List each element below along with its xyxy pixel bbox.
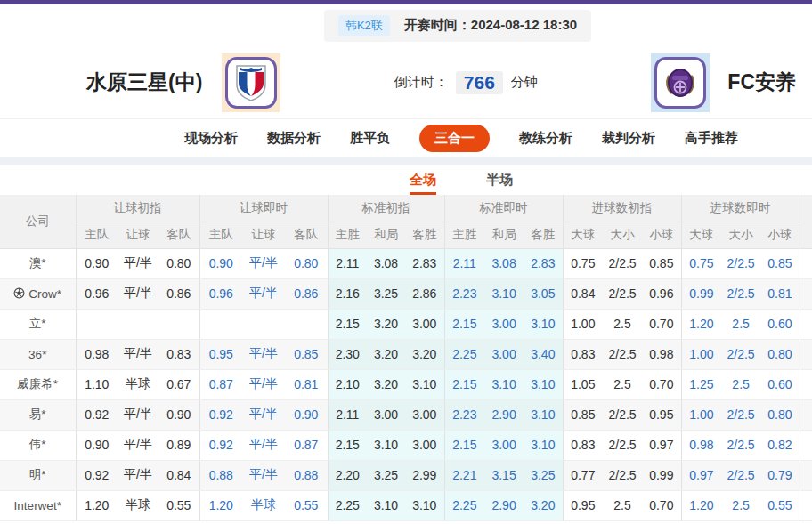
company-cell[interactable]: 36* (0, 339, 76, 369)
company-cell[interactable]: 易* (0, 399, 76, 430)
odds-cell[interactable]: 0.95 (199, 339, 242, 369)
company-cell[interactable]: 澳* (0, 248, 76, 278)
company-cell[interactable]: Crow* (0, 278, 76, 309)
odds-cell[interactable]: 3.10 (524, 369, 563, 399)
odds-cell[interactable]: 0.99 (681, 278, 721, 309)
odds-cell[interactable]: 0.92 (199, 399, 242, 430)
odds-cell[interactable]: 0.55 (285, 490, 328, 520)
nav-tab-5[interactable]: 教练分析 (519, 130, 572, 147)
odds-cell[interactable]: 2.15 (444, 309, 484, 339)
odds-cell[interactable]: 2.15 (444, 369, 484, 399)
odds-cell[interactable]: 1.00 (681, 339, 721, 369)
odds-cell[interactable]: 1.00 (681, 399, 721, 430)
odds-cell[interactable]: 0.80 (285, 248, 328, 278)
odds-cell[interactable]: 3.25 (524, 460, 563, 490)
odds-cell[interactable]: 3.40 (524, 339, 563, 369)
odds-cell[interactable]: 0.81 (760, 278, 800, 309)
odds-cell[interactable]: 3.08 (484, 248, 524, 278)
odds-cell[interactable]: 3.10 (524, 309, 563, 339)
company-cell[interactable]: 伟* (0, 430, 76, 460)
odds-cell[interactable]: 3.00 (484, 430, 524, 460)
odds-cell[interactable]: 0.75 (681, 248, 721, 278)
odds-cell[interactable]: 0.60 (760, 309, 800, 339)
odds-cell[interactable]: 2/2.5 (721, 248, 760, 278)
odds-cell[interactable]: 1.20 (681, 490, 721, 520)
company-cell[interactable]: 威廉希* (0, 369, 76, 399)
odds-cell[interactable]: 3.20 (524, 490, 563, 520)
odds-cell[interactable]: 2.90 (484, 490, 524, 520)
odds-cell[interactable]: 2.11 (444, 248, 484, 278)
odds-cell[interactable]: 0.90 (199, 248, 242, 278)
odds-cell[interactable]: 2.5 (721, 369, 760, 399)
company-cell[interactable]: 立* (0, 309, 76, 339)
odds-cell[interactable]: 0.98 (681, 430, 721, 460)
odds-cell[interactable]: 2/2.5 (721, 278, 760, 309)
odds-cell[interactable]: 0.92 (199, 430, 242, 460)
odds-cell[interactable]: 0.79 (760, 460, 800, 490)
odds-cell[interactable]: 3.10 (484, 369, 524, 399)
odds-cell[interactable]: 2.25 (444, 490, 484, 520)
odds-cell[interactable]: 平/半 (242, 460, 285, 490)
league-badge[interactable]: 韩K2联 (338, 15, 390, 36)
odds-cell[interactable]: 2.25 (444, 339, 484, 369)
odds-cell[interactable]: 平/半 (242, 369, 285, 399)
odds-cell[interactable]: 0.81 (285, 369, 328, 399)
odds-cell[interactable]: 2.90 (484, 399, 524, 430)
subtab-2[interactable]: 半场 (486, 172, 513, 195)
odds-cell[interactable]: 平/半 (242, 248, 285, 278)
company-cell[interactable]: 明* (0, 460, 76, 490)
odds-cell[interactable]: 0.87 (199, 369, 242, 399)
odds-cell[interactable]: 0.88 (285, 460, 328, 490)
odds-cell[interactable]: 2.15 (444, 430, 484, 460)
home-team-name[interactable]: 水原三星(中) (86, 69, 202, 96)
odds-cell[interactable]: 平/半 (242, 399, 285, 430)
odds-cell[interactable]: 3.10 (524, 399, 563, 430)
odds-cell[interactable]: 1.25 (681, 369, 721, 399)
odds-cell[interactable]: 2.83 (524, 248, 563, 278)
odds-cell[interactable]: 3.05 (524, 278, 563, 309)
odds-cell[interactable]: 2.23 (444, 399, 484, 430)
odds-cell[interactable]: 平/半 (242, 278, 285, 309)
odds-cell: 2.83 (405, 248, 444, 278)
odds-cell[interactable]: 0.60 (760, 369, 800, 399)
odds-cell[interactable]: 0.97 (681, 460, 721, 490)
odds-cell[interactable]: 1.20 (681, 309, 721, 339)
odds-cell[interactable]: 3.10 (484, 278, 524, 309)
nav-tab-4[interactable]: 三合一 (419, 125, 490, 152)
odds-cell[interactable]: 2.5 (721, 309, 760, 339)
odds-cell[interactable]: 平/半 (242, 339, 285, 369)
odds-cell[interactable]: 0.85 (285, 339, 328, 369)
odds-cell[interactable]: 0.80 (760, 339, 800, 369)
nav-tab-2[interactable]: 数据分析 (267, 130, 321, 147)
odds-cell[interactable]: 平/半 (242, 430, 285, 460)
away-team-name[interactable]: FC安养 (727, 69, 796, 96)
odds-cell[interactable]: 0.82 (760, 430, 800, 460)
odds-cell[interactable]: 3.00 (484, 309, 524, 339)
subtab-1[interactable]: 全场 (410, 172, 436, 195)
nav-tab-6[interactable]: 裁判分析 (602, 130, 655, 147)
odds-cell[interactable]: 2.5 (721, 490, 760, 520)
odds-cell[interactable]: 0.80 (760, 399, 800, 430)
odds-cell[interactable]: 3.00 (484, 339, 524, 369)
odds-cell[interactable]: 0.96 (199, 278, 242, 309)
nav-tab-7[interactable]: 高手推荐 (685, 130, 738, 147)
odds-cell[interactable]: 3.10 (524, 430, 563, 460)
odds-cell[interactable]: 2/2.5 (721, 460, 760, 490)
odds-cell[interactable]: 2/2.5 (721, 430, 760, 460)
odds-cell[interactable]: 0.86 (285, 278, 328, 309)
odds-cell[interactable]: 2.23 (444, 278, 484, 309)
odds-cell[interactable]: 0.85 (760, 248, 800, 278)
odds-cell[interactable]: 3.15 (484, 460, 524, 490)
odds-cell[interactable]: 2.21 (444, 460, 484, 490)
odds-cell[interactable]: 2/2.5 (721, 339, 760, 369)
odds-cell[interactable]: 2/2.5 (721, 399, 760, 430)
odds-cell[interactable]: 半球 (242, 490, 285, 520)
company-cell[interactable]: Interwet* (0, 490, 76, 520)
odds-cell[interactable]: 0.87 (285, 430, 328, 460)
odds-cell[interactable]: 0.90 (285, 399, 328, 430)
nav-tab-3[interactable]: 胜平负 (350, 130, 390, 147)
odds-cell[interactable]: 1.20 (199, 490, 242, 520)
odds-cell[interactable]: 0.55 (760, 490, 800, 520)
odds-cell[interactable]: 0.88 (199, 460, 242, 490)
nav-tab-1[interactable]: 现场分析 (184, 130, 238, 147)
